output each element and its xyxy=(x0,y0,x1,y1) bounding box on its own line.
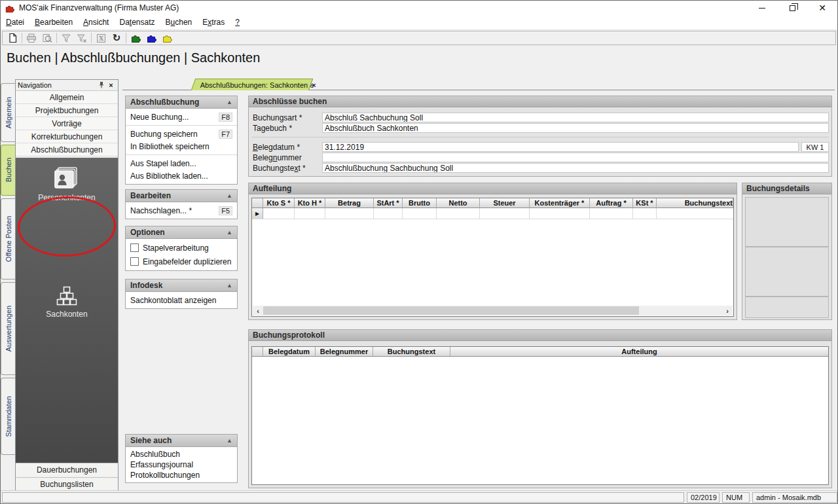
belegnummer-input[interactable] xyxy=(322,153,829,162)
module-green-button[interactable] xyxy=(128,31,143,45)
group-header-siehe-auch[interactable]: Siehe auch▲ xyxy=(126,435,237,447)
shortcut-badge: F5 xyxy=(219,206,232,215)
menu-hilfe[interactable]: ? xyxy=(230,16,245,29)
section-header: Abschlüsse buchen xyxy=(249,96,831,107)
vtab-auswertungen[interactable]: Auswertungen xyxy=(1,282,15,375)
cmd-in-bibliothek-speichern[interactable]: In Bibliothek speichern xyxy=(126,140,237,153)
belegdatum-input[interactable]: 31.12.2019 xyxy=(322,142,799,152)
kw-badge: KW 1 xyxy=(801,142,829,152)
menu-datei[interactable]: Datei xyxy=(1,16,29,29)
column-header[interactable]: KSt * xyxy=(633,198,657,208)
print-preview-button[interactable] xyxy=(39,31,55,45)
collapse-icon: ▲ xyxy=(227,192,232,199)
row-selector-header xyxy=(252,198,263,208)
cmd-nachschlagen[interactable]: Nachschlagen... *F5 xyxy=(126,204,237,217)
nav-item-allgemein[interactable]: Allgemein xyxy=(16,91,118,104)
tab-abschlussbuchungen-sachkonten[interactable]: Abschlußbuchungen: Sachkonten× xyxy=(191,79,314,90)
column-header[interactable]: Belegdatum xyxy=(263,347,316,357)
restore-icon xyxy=(790,5,795,11)
home-icon xyxy=(8,33,18,43)
group-header-optionen[interactable]: Optionen▲ xyxy=(126,226,237,239)
nav-item-buchungslisten[interactable]: Buchungslisten xyxy=(16,477,118,491)
cmd-buchung-speichern[interactable]: Buchung speichernF7 xyxy=(126,128,237,140)
menu-extras[interactable]: Extras xyxy=(197,16,230,29)
divider xyxy=(126,154,237,155)
menu-buchen[interactable]: Buchen xyxy=(160,16,198,29)
app-window: MOS'aik Finanzverwaltung (Firma Muster A… xyxy=(0,0,838,504)
column-header[interactable]: Belegnummer xyxy=(316,347,373,357)
aufteilung-grid: Kto S * Kto H * Betrag StArt * Brutto Ne… xyxy=(251,198,734,317)
cmd-protokollbuchungen[interactable]: Protokollbuchungen xyxy=(126,470,237,480)
buchungsart-input[interactable]: Abschluß Sachbuchung Soll xyxy=(322,113,829,122)
checkbox-stapelverarbeitung[interactable] xyxy=(130,243,139,252)
scroll-left-icon[interactable]: ‹ xyxy=(253,306,263,315)
group-header-infodesk[interactable]: Infodesk▲ xyxy=(126,279,237,292)
menu-ansicht[interactable]: Ansicht xyxy=(78,16,114,29)
menubar: Datei Bearbeiten Ansicht Datensatz Buche… xyxy=(1,15,837,30)
column-header[interactable]: Buchungstext xyxy=(373,347,450,357)
home-button[interactable] xyxy=(5,31,20,45)
cmd-aus-bibliothek-laden[interactable]: Aus Bibliothek laden... xyxy=(126,170,237,182)
module-blue-button[interactable] xyxy=(143,31,159,45)
vtab-allgemein[interactable]: Allgemein xyxy=(1,83,15,142)
cmd-erfassungsjournal[interactable]: Erfassungsjournal xyxy=(126,459,237,470)
filter-remove-icon xyxy=(77,33,87,43)
group-header-bearbeiten[interactable]: Bearbeiten▲ xyxy=(126,190,237,202)
nav-item-dauerbuchungen[interactable]: Dauerbuchungen xyxy=(16,463,118,477)
restore-button[interactable] xyxy=(777,1,807,15)
status-message xyxy=(2,492,684,503)
svg-text:X: X xyxy=(98,35,103,42)
menu-datensatz[interactable]: Datensatz xyxy=(114,16,160,29)
column-header[interactable]: StArt * xyxy=(374,198,403,208)
column-header[interactable]: Betrag xyxy=(325,198,374,208)
nav-item-korrekturbuchungen[interactable]: Korrekturbuchungen xyxy=(16,130,118,143)
filter-remove-button[interactable] xyxy=(74,31,90,45)
filter-button[interactable] xyxy=(58,31,74,45)
checkbox-eingabefelder-duplizieren[interactable] xyxy=(130,257,139,266)
vtab-stammdaten[interactable]: Stammdaten xyxy=(1,378,15,455)
group-header-abschlussbuchung[interactable]: Abschlußbuchung▲ xyxy=(126,96,237,109)
buchungstext-input[interactable]: Abschlußbuchung Sachbuchung Soll xyxy=(322,163,829,173)
nav-item-abschlussbuchungen[interactable]: Abschlußbuchungen xyxy=(16,143,118,156)
column-header[interactable]: Aufteilung xyxy=(450,347,828,357)
column-header[interactable]: Kostenträger * xyxy=(530,198,590,208)
protokoll-grid: Belegdatum Belegnummer Buchungstext Auft… xyxy=(251,346,829,485)
tagebuch-input[interactable]: Abschlußbuch Sachkonten xyxy=(322,123,829,133)
minimize-button[interactable] xyxy=(747,1,777,15)
close-panel-button[interactable]: × xyxy=(106,81,116,89)
print-button[interactable] xyxy=(24,31,39,45)
option-stapelverarbeitung[interactable]: Stapelverarbeitung xyxy=(126,241,237,255)
close-button[interactable]: ✕ xyxy=(807,1,837,15)
menu-bearbeiten[interactable]: Bearbeiten xyxy=(29,16,78,29)
column-header[interactable]: Brutto xyxy=(403,198,437,208)
module-yellow-button[interactable] xyxy=(159,31,175,45)
nav-item-projektbuchungen[interactable]: Projektbuchungen xyxy=(16,104,118,117)
status-database: admin - Mosaik.mdb xyxy=(752,492,837,503)
column-header[interactable]: Netto xyxy=(437,198,480,208)
vtab-buchen[interactable]: Buchen xyxy=(1,145,15,196)
cmd-sachkontoblatt-anzeigen[interactable]: Sachkontoblatt anzeigen xyxy=(126,294,237,306)
column-header[interactable]: Buchungstext xyxy=(657,198,733,208)
scroll-right-icon[interactable]: › xyxy=(722,306,733,315)
column-header[interactable]: Kto S * xyxy=(263,198,295,208)
option-eingabefelder-duplizieren[interactable]: Eingabefelder duplizieren xyxy=(126,255,237,268)
refresh-button[interactable]: ↻ xyxy=(109,31,124,45)
cmd-aus-stapel-laden[interactable]: Aus Stapel laden... xyxy=(126,157,237,170)
scrollbar-thumb[interactable] xyxy=(263,306,639,315)
pin-button[interactable] xyxy=(96,81,106,90)
table-row[interactable]: ▶ xyxy=(252,208,733,219)
buchungstext-label: Buchungstext * xyxy=(253,163,306,173)
column-header[interactable]: Auftrag * xyxy=(590,198,633,208)
nav-item-vortraege[interactable]: Vorträge xyxy=(16,117,118,130)
column-header[interactable]: Steuer xyxy=(480,198,530,208)
column-header[interactable]: Kto H * xyxy=(295,198,325,208)
cmd-neue-buchung[interactable]: Neue Buchung...F8 xyxy=(126,111,237,123)
cmd-abschlussbuch[interactable]: Abschlußbuch xyxy=(126,449,237,459)
nav-tile-sachkonten[interactable]: Sachkonten xyxy=(16,286,118,319)
vtab-offene-posten[interactable]: Offene Posten xyxy=(1,198,15,279)
sum-button[interactable]: X xyxy=(93,31,109,45)
status-numlock: NUM xyxy=(722,492,750,503)
nav-tile-label: Sachkonten xyxy=(46,310,87,319)
tab-close-icon[interactable]: × xyxy=(312,81,316,89)
horizontal-scrollbar[interactable]: ‹ › xyxy=(253,306,733,315)
